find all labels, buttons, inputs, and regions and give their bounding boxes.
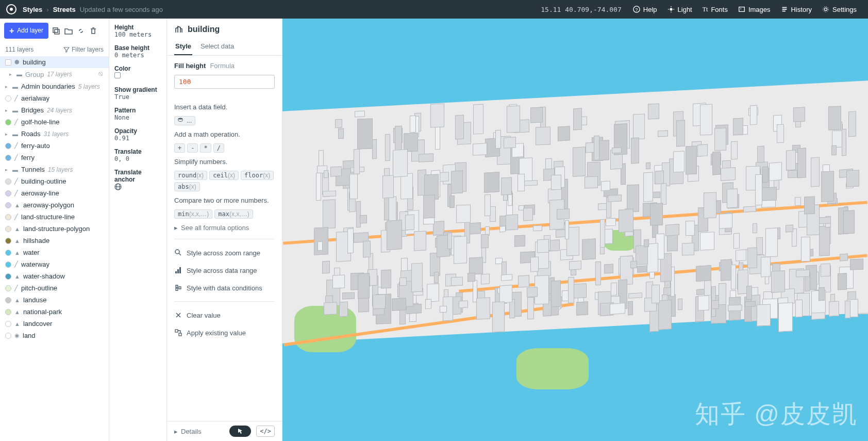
see-all-formula[interactable]: ▸See all formula options	[174, 224, 275, 232]
layer-item-land[interactable]: ◉land	[0, 330, 109, 341]
svg-point-8	[740, 8, 741, 9]
details-toggle[interactable]: ▸Details	[174, 428, 224, 435]
prop-translate-value[interactable]: 0, 0	[114, 155, 161, 162]
layer-swatch	[5, 226, 11, 232]
settings-button[interactable]: Settings	[817, 6, 862, 13]
prop-base-value[interactable]: 0 meters	[114, 52, 161, 59]
folder-icon: ▬	[12, 84, 18, 90]
chip-[interactable]: *	[200, 143, 211, 153]
globe-icon[interactable]	[114, 183, 122, 190]
action-zoom-range[interactable]: Style across zoom range	[174, 247, 275, 259]
prop-gradient-value[interactable]: True	[114, 93, 161, 101]
layer-item-landcover[interactable]: ▲landcover	[0, 318, 109, 330]
help-button[interactable]: ?Help	[628, 6, 662, 13]
action-clear-value[interactable]: Clear value	[174, 309, 275, 321]
light-button[interactable]: Light	[662, 6, 697, 13]
chip-roundx[interactable]: round(x)	[174, 171, 207, 180]
save-status: Updated a few seconds ago	[80, 6, 163, 13]
svg-rect-22	[175, 271, 177, 273]
prop-translate-label: Translate	[114, 148, 161, 155]
layers-panel: +Add layer 111 layers Filter layers ⬢bui…	[0, 19, 109, 441]
link-icon[interactable]	[76, 26, 86, 36]
layer-swatch	[5, 155, 11, 161]
history-button[interactable]: History	[776, 6, 817, 13]
layer-item-building[interactable]: ⬢building	[0, 56, 109, 68]
layer-item-aeroway-polygon[interactable]: ▲aeroway-polygon	[0, 199, 109, 211]
svg-rect-24	[179, 267, 181, 273]
layer-swatch	[5, 238, 11, 244]
svg-rect-11	[782, 11, 785, 12]
cursor-mode-button[interactable]	[229, 426, 251, 437]
prop-base-label: Base height	[114, 44, 161, 52]
layer-item-land-structure-line[interactable]: ╱land-structure-line	[0, 211, 109, 223]
prop-pattern-label: Pattern	[114, 107, 161, 114]
breadcrumb-streets[interactable]: Streets	[53, 6, 76, 13]
layer-item-aerialway[interactable]: ╱aerialway	[0, 92, 109, 104]
layer-item-water[interactable]: ▲water	[0, 247, 109, 258]
fonts-button[interactable]: TtFonts	[697, 6, 733, 13]
layer-type-icon: ▲	[14, 202, 20, 208]
help-icon: ?	[633, 6, 640, 13]
layer-item-water-shadow[interactable]: ▲water-shadow	[0, 270, 109, 282]
layer-item-ferry[interactable]: ╱ferry	[0, 152, 109, 164]
layer-item-aeroway-line[interactable]: ╱aeroway-line	[0, 187, 109, 199]
action-data-range[interactable]: Style across data range	[174, 264, 275, 276]
chip-absx[interactable]: abs(x)	[174, 182, 200, 191]
breadcrumb-styles[interactable]: Styles	[23, 6, 42, 13]
action-apply-existing[interactable]: Apply existing value	[174, 326, 275, 339]
color-swatch[interactable]	[114, 72, 121, 78]
layer-item-group[interactable]: ▸▬Group 17 layers⦰	[0, 68, 109, 80]
editor-title: building	[188, 25, 220, 34]
layer-item-bridges[interactable]: ▸▬Bridges 24 layers	[0, 104, 109, 116]
chip-data-field[interactable]: ...	[174, 116, 195, 125]
folder-icon[interactable]	[64, 26, 73, 36]
chip-[interactable]: -	[187, 143, 198, 153]
chip-maxxx[interactable]: max(x,x,…)	[214, 209, 253, 219]
duplicate-icon[interactable]	[52, 26, 61, 36]
layer-list[interactable]: ⬢building▸▬Group 17 layers⦰▸▬Admin bound…	[0, 56, 109, 441]
map-canvas[interactable]: 知乎 @皮皮凯	[282, 19, 868, 441]
layer-swatch	[5, 214, 11, 220]
logo-icon[interactable]	[6, 4, 16, 14]
trash-icon[interactable]	[89, 26, 98, 36]
chip-[interactable]: +	[174, 143, 185, 153]
layer-item-tunnels[interactable]: ▸▬Tunnels 15 layers	[0, 164, 109, 175]
prop-height-value[interactable]: 100 meters	[114, 31, 161, 38]
layer-swatch	[5, 95, 11, 102]
svg-rect-26	[179, 333, 181, 336]
topbar: Styles › Streets Updated a few seconds a…	[0, 0, 868, 19]
layer-item-waterway[interactable]: ╱waterway	[0, 258, 109, 270]
layer-item-land-structure-polygon[interactable]: ▲land-structure-polygon	[0, 223, 109, 235]
svg-rect-14	[53, 28, 58, 32]
hint-math: Add a math operation.	[174, 130, 275, 138]
chip-ceilx[interactable]: ceil(x)	[209, 171, 239, 180]
code-mode-button[interactable]: </>	[256, 426, 275, 437]
tab-style[interactable]: Style	[174, 38, 192, 55]
layer-item-pitch-outline[interactable]: ╱pitch-outline	[0, 282, 109, 294]
sun-icon	[667, 6, 675, 13]
layer-type-icon: ▲	[14, 297, 20, 303]
layer-item-ferry-auto[interactable]: ╱ferry-auto	[0, 140, 109, 152]
chip-floorx[interactable]: floor(x)	[241, 171, 274, 180]
images-button[interactable]: Images	[733, 6, 776, 13]
svg-rect-25	[175, 330, 178, 332]
filter-layers-button[interactable]: Filter layers	[63, 46, 104, 53]
formula-input[interactable]	[174, 75, 275, 89]
layer-item-landuse[interactable]: ▲landuse	[0, 294, 109, 306]
layer-item-national-park[interactable]: ▲national-park	[0, 306, 109, 318]
prop-pattern-value[interactable]: None	[114, 114, 161, 121]
chip-minxx[interactable]: min(x,x,…)	[174, 209, 212, 219]
layer-item-building-outline[interactable]: ╱building-outline	[0, 175, 109, 187]
svg-rect-7	[739, 7, 745, 12]
layer-item-roads[interactable]: ▸▬Roads 31 layers	[0, 128, 109, 140]
layer-item-hillshade[interactable]: ▲hillshade	[0, 235, 109, 247]
svg-rect-23	[177, 269, 179, 273]
chip-[interactable]: /	[213, 143, 224, 153]
layer-item-admin-boundaries[interactable]: ▸▬Admin boundaries 5 layers	[0, 80, 109, 92]
action-data-conditions[interactable]: Style with data conditions	[174, 282, 275, 294]
prop-opacity-value[interactable]: 0.91	[114, 135, 161, 142]
add-layer-button[interactable]: +Add layer	[4, 23, 48, 39]
tab-select-data[interactable]: Select data	[199, 38, 235, 55]
layer-item-golf-hole-line[interactable]: ╱golf-hole-line	[0, 116, 109, 128]
svg-point-12	[824, 8, 827, 10]
